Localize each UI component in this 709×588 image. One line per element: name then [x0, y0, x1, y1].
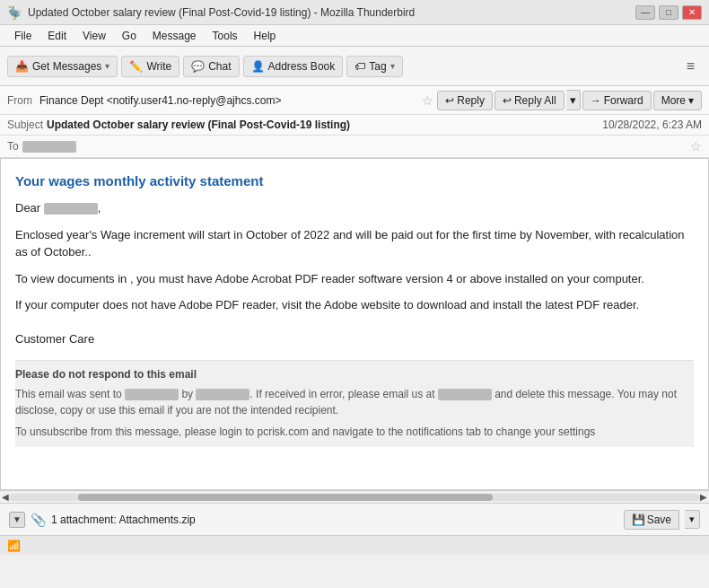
- write-label: Write: [146, 60, 171, 73]
- forward-button[interactable]: → Forward: [582, 91, 652, 110]
- to-redacted: [22, 141, 76, 153]
- save-label: Save: [647, 513, 671, 526]
- window-title: Updated October salary review (Final Pos…: [28, 6, 635, 19]
- forward-label: Forward: [604, 94, 643, 107]
- scroll-right-arrow[interactable]: ▶: [700, 492, 707, 502]
- customer-care: Customer Care: [15, 332, 694, 346]
- subject-value: Updated October salary review (Final Pos…: [47, 118, 602, 131]
- get-messages-dropdown-arrow[interactable]: ▾: [105, 61, 109, 71]
- menu-tools[interactable]: Tools: [206, 28, 245, 44]
- attachment-expand-button[interactable]: ▼: [9, 512, 25, 528]
- save-dropdown-arrow[interactable]: ▾: [685, 510, 700, 529]
- from-label: From: [7, 94, 32, 107]
- more-label: More: [661, 94, 686, 107]
- subject-bar: Subject Updated October salary review (F…: [0, 115, 709, 136]
- maximize-button[interactable]: □: [659, 5, 678, 20]
- footer-paragraph-1: This email was sent to by . If received …: [15, 386, 694, 418]
- reply-icon: ↩: [445, 94, 454, 107]
- write-icon: ✏️: [129, 60, 143, 73]
- save-button[interactable]: 💾 Save: [624, 510, 679, 530]
- get-messages-button[interactable]: 📥 Get Messages ▾: [7, 56, 118, 77]
- attachment-text: 1 attachment: Attachments.zip: [51, 513, 618, 526]
- to-bar: To ☆: [0, 136, 709, 158]
- forward-icon: →: [591, 94, 601, 107]
- from-value: Finance Dept <notify.user41.no-reply@ajh…: [39, 94, 418, 107]
- star-icon[interactable]: ☆: [422, 93, 433, 108]
- menubar: File Edit View Go Message Tools Help: [0, 25, 709, 47]
- email-content: Your wages monthly activity statement De…: [15, 173, 694, 346]
- email-heading: Your wages monthly activity statement: [15, 173, 694, 189]
- reply-all-button[interactable]: ↩ Reply All: [495, 91, 565, 110]
- close-button[interactable]: ✕: [682, 5, 702, 20]
- titlebar: 🦤 Updated October salary review (Final P…: [0, 0, 709, 25]
- chat-button[interactable]: 💬 Chat: [183, 56, 239, 77]
- address-book-icon: 👤: [251, 60, 265, 73]
- attachment-icon: 📎: [31, 513, 46, 527]
- email-paragraph-2: To view documents in , you must have Ado…: [15, 270, 694, 288]
- subject-label: Subject: [7, 118, 43, 131]
- address-book-button[interactable]: 👤 Address Book: [243, 56, 344, 77]
- chat-icon: 💬: [191, 60, 205, 73]
- menu-view[interactable]: View: [75, 28, 113, 44]
- email-scroll-area[interactable]: PTC Your wages monthly activity statemen…: [0, 158, 709, 490]
- email-salutation: Dear ,: [15, 199, 694, 217]
- from-bar: From Finance Dept <notify.user41.no-repl…: [0, 86, 709, 115]
- scroll-left-arrow[interactable]: ◀: [2, 492, 9, 502]
- reply-all-label: Reply All: [514, 94, 556, 107]
- date-value: 10/28/2022, 6:23 AM: [602, 118, 702, 131]
- scroll-track[interactable]: [9, 494, 700, 501]
- recipient-redacted: [44, 203, 98, 215]
- footer-bold: Please do not respond to this email: [15, 368, 694, 381]
- minimize-button[interactable]: —: [635, 5, 655, 20]
- menu-file[interactable]: File: [7, 28, 39, 44]
- menu-go[interactable]: Go: [115, 28, 144, 44]
- write-button[interactable]: ✏️ Write: [121, 56, 179, 77]
- menu-edit[interactable]: Edit: [40, 28, 74, 44]
- to-value: [22, 140, 690, 153]
- footer-redacted-1: [125, 389, 179, 400]
- toolbar: 📥 Get Messages ▾ ✏️ Write 💬 Chat 👤 Addre…: [0, 47, 709, 86]
- footer-paragraph-2: To unsubscribe from this message, please…: [15, 424, 694, 440]
- more-dropdown-arrow[interactable]: ▾: [688, 94, 694, 107]
- email-paragraph-3: If your computer does not have Adobe PDF…: [15, 296, 694, 314]
- action-buttons: ↩ Reply ↩ Reply All ▾ → Forward More ▾: [437, 90, 702, 110]
- horizontal-scrollbar[interactable]: ◀ ▶: [0, 490, 709, 503]
- address-book-label: Address Book: [268, 60, 336, 73]
- tag-icon: 🏷: [354, 60, 365, 73]
- statusbar: 📶: [0, 535, 709, 555]
- tag-dropdown-arrow[interactable]: ▾: [390, 61, 395, 71]
- wifi-icon: 📶: [7, 540, 21, 552]
- chat-label: Chat: [208, 60, 231, 73]
- window-controls[interactable]: — □ ✕: [635, 5, 702, 20]
- footer-redacted-3: [438, 389, 492, 400]
- attachment-bar: ▼ 📎 1 attachment: Attachments.zip 💾 Save…: [0, 503, 709, 535]
- scroll-thumb[interactable]: [78, 494, 493, 501]
- footer-section: Please do not respond to this email This…: [15, 360, 694, 447]
- to-label: To: [7, 140, 19, 153]
- more-button[interactable]: More ▾: [653, 91, 702, 110]
- email-paragraph-1: Enclosed year's Wage increment will star…: [15, 226, 694, 261]
- hamburger-menu-button[interactable]: ≡: [679, 55, 702, 78]
- reply-button[interactable]: ↩ Reply: [437, 91, 493, 110]
- get-messages-label: Get Messages: [32, 60, 101, 73]
- to-star-icon[interactable]: ☆: [690, 139, 702, 154]
- tag-label: Tag: [369, 60, 386, 73]
- menu-help[interactable]: Help: [247, 28, 284, 44]
- dear-text: Dear: [15, 201, 40, 215]
- reply-all-icon: ↩: [503, 94, 512, 107]
- get-messages-icon: 📥: [15, 60, 29, 73]
- save-icon: 💾: [632, 513, 645, 526]
- reply-all-dropdown[interactable]: ▾: [566, 90, 581, 110]
- reply-label: Reply: [457, 94, 485, 107]
- menu-message[interactable]: Message: [145, 28, 204, 44]
- app-icon: 🦤: [7, 5, 22, 20]
- footer-redacted-2: [196, 389, 249, 400]
- email-body: Your wages monthly activity statement De…: [1, 159, 708, 482]
- tag-button[interactable]: 🏷 Tag ▾: [346, 56, 402, 77]
